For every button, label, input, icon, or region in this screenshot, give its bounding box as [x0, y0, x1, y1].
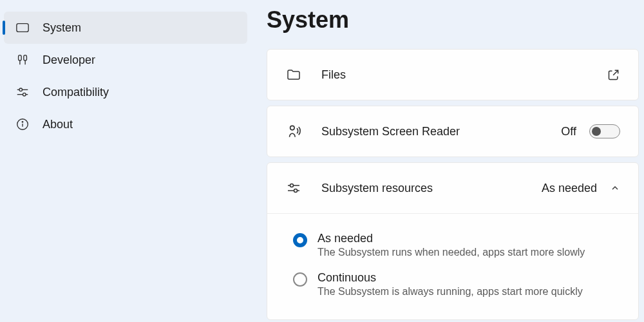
svg-point-12	[290, 126, 295, 130]
resources-card: Subsystem resources As needed As needed …	[267, 162, 639, 320]
svg-point-8	[23, 93, 26, 96]
sidebar-item-label: About	[43, 118, 73, 131]
main-content: System Files	[251, 0, 644, 322]
svg-point-16	[294, 189, 298, 193]
sliders-icon	[15, 85, 30, 99]
screen-reader-label: Subsystem Screen Reader	[321, 125, 561, 138]
svg-point-6	[19, 88, 23, 91]
resources-label: Subsystem resources	[321, 182, 542, 195]
svg-point-14	[290, 184, 294, 187]
radio-button[interactable]	[293, 272, 307, 287]
sidebar-item-compatibility[interactable]: Compatibility	[4, 76, 247, 108]
chevron-up-icon[interactable]	[610, 183, 620, 193]
developer-icon	[15, 53, 30, 67]
svg-rect-2	[24, 55, 27, 61]
files-card[interactable]: Files	[267, 49, 639, 100]
sidebar-item-label: Developer	[43, 53, 95, 67]
sidebar-item-label: Compatibility	[43, 86, 109, 99]
screen-reader-card: Subsystem Screen Reader Off	[267, 106, 639, 157]
folder-icon	[285, 66, 302, 83]
screen-reader-status: Off	[561, 125, 576, 138]
resources-value: As needed	[542, 182, 597, 195]
display-icon	[15, 21, 30, 35]
sidebar: System Developer Compatibility	[0, 0, 251, 322]
open-external-icon[interactable]	[607, 68, 620, 81]
resource-option-as-needed[interactable]: As needed The Subsystem runs when needed…	[293, 225, 620, 265]
option-desc: The Subsystem is always running, apps st…	[317, 286, 583, 298]
resource-option-continuous[interactable]: Continuous The Subsystem is always runni…	[293, 265, 620, 304]
info-icon	[15, 117, 30, 131]
sidebar-item-about[interactable]: About	[4, 108, 247, 140]
sidebar-item-developer[interactable]: Developer	[4, 44, 247, 76]
page-title: System	[267, 6, 639, 33]
svg-rect-1	[19, 55, 22, 61]
svg-rect-0	[17, 24, 28, 32]
sidebar-item-label: System	[43, 21, 81, 35]
accessibility-icon	[285, 123, 302, 140]
option-desc: The Subsystem runs when needed, apps sta…	[317, 247, 585, 258]
svg-point-11	[22, 122, 23, 122]
screen-reader-toggle[interactable]	[589, 124, 620, 138]
sidebar-item-system[interactable]: System	[4, 12, 247, 44]
resources-options: As needed The Subsystem runs when needed…	[267, 214, 638, 319]
option-title: As needed	[317, 232, 585, 245]
files-label: Files	[321, 68, 607, 82]
sliders-icon	[285, 180, 302, 196]
option-title: Continuous	[317, 271, 583, 285]
resources-header[interactable]: Subsystem resources As needed	[267, 163, 638, 213]
radio-button[interactable]	[293, 233, 307, 247]
